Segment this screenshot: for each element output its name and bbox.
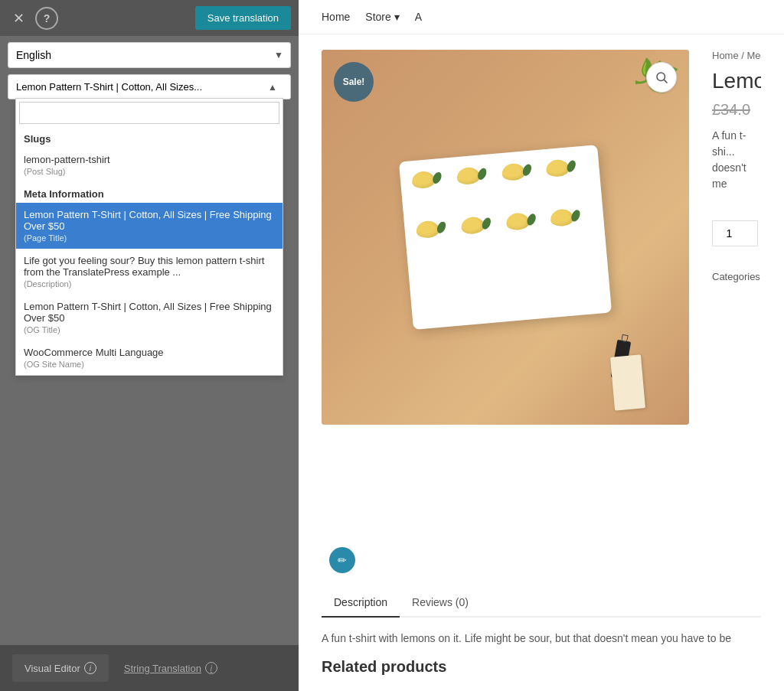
meta-info-group-label: Meta Information [16,182,283,203]
breadcrumb: Home / Me [712,50,761,61]
og-site-name-item-text: WooCommerce Multi Language [24,347,275,358]
og-title-item-sub: (OG Title) [24,325,275,334]
dropdown-item-page-title[interactable]: Lemon Pattern T-Shirt | Cotton, All Size… [16,203,283,249]
footer-description: A fun t-shirt with lemons on it. Life mi… [322,630,761,647]
tshirt [399,145,612,330]
description-item-sub: (Description) [24,279,275,288]
quantity-input[interactable] [712,220,758,246]
sale-badge: Sale! [334,62,374,102]
product-page: Home Store ▾ A Sale! 🌿 [299,0,784,691]
image-search-icon[interactable] [646,62,677,93]
product-info-column: Home / Me Lemo £34.0 A fun t-shi... does… [712,50,761,558]
quantity-row: Add to cart [712,207,761,259]
product-tabs: Description Reviews (0) [322,588,761,618]
description-item-text: Life got you feeling sour? Buy this lemo… [24,255,275,278]
slug-item-text: lemon-pattern-tshirt [24,154,275,165]
og-site-name-item-sub: (OG Site Name) [24,360,275,369]
top-bar: ✕ ? Save translation [0,0,299,36]
og-title-item-text: Lemon Pattern T-Shirt | Cotton, All Size… [24,301,275,324]
dropdown-item-og-site-name[interactable]: WooCommerce Multi Language (OG Site Name… [16,341,283,375]
dropdown-list: Slugs lemon-pattern-tshirt (Post Slug) M… [16,127,283,375]
string-translation-info-icon[interactable]: i [205,662,217,674]
language-select[interactable]: English French German Spanish [8,42,291,68]
save-translation-button[interactable]: Save translation [195,6,291,30]
lemon-5 [416,220,440,240]
edit-image-button[interactable]: ✏ [329,547,355,573]
svg-line-1 [664,80,667,83]
nav-home[interactable]: Home [322,11,350,23]
product-image-column: Sale! 🌿 [322,50,689,558]
tab-description[interactable]: Description [322,588,400,618]
page-content: Sale! 🌿 [299,34,784,573]
product-description: A fun t-shi... doesn't me [712,128,761,192]
product-price: £34.0 [712,101,761,119]
product-title: Lemo [712,69,761,93]
store-chevron-icon: ▾ [394,11,400,23]
tab-reviews[interactable]: Reviews (0) [400,588,481,618]
lemon-2 [456,167,481,186]
bottom-bar: Visual Editor i String Translation i [0,645,299,691]
lemon-1 [411,171,436,190]
navigation-bar: Home Store ▾ A [299,0,784,34]
help-button[interactable]: ? [35,7,58,30]
slug-item-sub: (Post Slug) [24,167,275,176]
string-translation-button[interactable]: String Translation i [124,654,217,682]
dropdown-item-slug[interactable]: lemon-pattern-tshirt (Post Slug) [16,148,283,182]
visual-editor-info-icon[interactable]: i [84,662,96,674]
paper-tag [610,354,645,410]
dropdown-search-input[interactable] [19,102,279,124]
dropdown-panel: Slugs lemon-pattern-tshirt (Post Slug) M… [15,98,283,376]
lemon-4 [546,158,570,178]
visual-editor-button[interactable]: Visual Editor i [12,654,109,682]
dropdown-item-og-title[interactable]: Lemon Pattern T-Shirt | Cotton, All Size… [16,295,283,341]
lemon-3 [501,163,525,182]
translation-panel: ✕ ? Save translation English French Germ… [0,0,299,691]
dropdown-item-description[interactable]: Life got you feeling sour? Buy this lemo… [16,249,283,295]
related-products-heading: Related products [322,654,761,679]
string-select-display[interactable]: Lemon Pattern T-Shirt | Cotton, All Size… [8,74,291,99]
lemon-8 [550,208,574,227]
categories-label: Categories [712,271,761,282]
nav-store[interactable]: Store ▾ [365,11,399,23]
product-image-container: Sale! 🌿 [322,50,689,425]
visual-editor-label: Visual Editor [24,663,80,674]
tshirt-mockup: 🌿 [322,50,689,425]
language-select-wrapper: English French German Spanish ▼ [0,36,299,74]
lemon-pattern [399,145,612,330]
slugs-group-label: Slugs [16,127,283,148]
nav-other[interactable]: A [415,11,422,23]
lemon-6 [460,216,485,235]
page-title-item-text: Lemon Pattern T-Shirt | Cotton, All Size… [24,209,275,232]
page-title-item-sub: (Page Title) [24,233,275,243]
page-footer: A fun t-shirt with lemons on it. Life mi… [299,618,784,691]
lemon-7 [505,212,530,231]
close-button[interactable]: ✕ [8,8,29,29]
language-select-container: English French German Spanish ▼ [8,42,291,68]
string-translation-label: String Translation [124,663,201,674]
svg-point-0 [657,73,665,81]
